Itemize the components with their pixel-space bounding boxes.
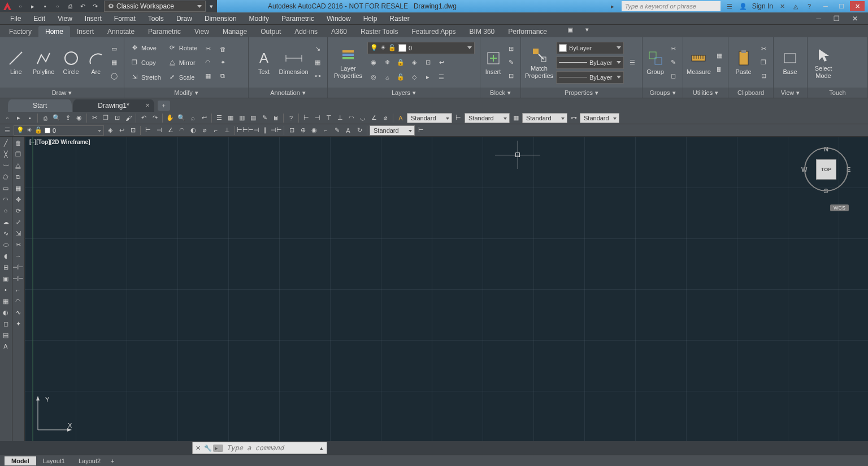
vt-array-icon[interactable]: ▦ <box>12 183 24 193</box>
offset-icon[interactable]: ⧉ <box>216 70 229 82</box>
menu-tools[interactable]: Tools <box>142 14 170 24</box>
layout-add-button[interactable]: + <box>107 456 118 465</box>
tb-zoomwin-icon[interactable]: ⌕ <box>188 113 198 123</box>
layer-properties-button[interactable]: Layer Properties <box>331 40 365 85</box>
tb-dimstyle2-icon[interactable]: ⊢ <box>416 125 426 136</box>
arc-button[interactable]: Arc <box>86 40 106 85</box>
layer-toolbar-dropdown[interactable]: 💡 ☀ 🔓 0 <box>14 125 104 136</box>
panel-title-modify[interactable]: Modify ▾ <box>124 88 248 98</box>
quick-calc-icon[interactable]: 🖩 <box>713 63 726 76</box>
tb-angular-icon[interactable]: ∠ <box>166 125 176 136</box>
vt-rotate-icon[interactable]: ⟳ <box>12 206 24 216</box>
tb-mlstyle-icon[interactable]: ⊶ <box>568 113 579 123</box>
drawing-canvas[interactable]: [–][Top][2D Wireframe] /* grid drawn bel… <box>25 137 868 441</box>
layer-freeze-icon[interactable]: ❄ <box>381 56 393 69</box>
vt-pline-icon[interactable]: 〰 <box>0 160 11 171</box>
group-edit-icon[interactable]: ✎ <box>667 56 679 69</box>
tab-manage[interactable]: Manage <box>216 26 254 37</box>
tb-continue-icon[interactable]: ⊢⊣ <box>249 125 259 136</box>
vt-scale-icon[interactable]: ⤢ <box>12 217 24 227</box>
tb-radius-icon[interactable]: ◐ <box>188 125 198 136</box>
vt-mirror-icon[interactable]: ⧋ <box>12 160 24 171</box>
tb-pan-icon[interactable]: ✋ <box>165 113 175 123</box>
tb-center-icon[interactable]: ⊕ <box>298 125 308 136</box>
tb-3d-icon[interactable]: ◉ <box>74 113 84 123</box>
menu-help[interactable]: Help <box>358 14 383 24</box>
leader-icon[interactable]: ↘ <box>311 43 324 55</box>
ribbon-visibility-icon[interactable]: ▣ <box>564 23 576 36</box>
a360-icon[interactable]: ◬ <box>791 2 800 11</box>
save-icon[interactable]: ▪ <box>40 1 51 11</box>
block-attr-icon[interactable]: ⊡ <box>505 70 517 82</box>
tb-dimbreak-icon[interactable]: ⊣⊢ <box>271 125 281 136</box>
tab-bim360[interactable]: BIM 360 <box>463 26 502 37</box>
tb-layerprop-icon[interactable]: ☰ <box>2 125 12 136</box>
tb-save-icon[interactable]: ▪ <box>25 113 35 123</box>
vt-ellipsearc-icon[interactable]: ◖ <box>0 251 11 261</box>
menu-format[interactable]: Format <box>108 14 141 24</box>
cmdline-expand-icon[interactable]: ▴ <box>316 445 327 452</box>
help-icon[interactable]: ? <box>805 2 814 11</box>
vt-insert-icon[interactable]: ⊞ <box>0 262 11 272</box>
tab-annotate[interactable]: Annotate <box>101 26 141 37</box>
layer-isolate-icon[interactable]: ◈ <box>408 56 420 69</box>
tb-props-icon[interactable]: ☰ <box>214 113 224 123</box>
polyline-button[interactable]: Polyline <box>31 40 57 85</box>
tb-layerprev-icon[interactable]: ↩ <box>116 125 127 136</box>
vt-spline-icon[interactable]: ∿ <box>0 228 11 238</box>
vt-stretch-icon[interactable]: ⇲ <box>12 228 24 238</box>
vt-gradient-icon[interactable]: ◐ <box>0 307 11 317</box>
linetype-dropdown[interactable]: ByLayer <box>556 71 624 84</box>
vt-mtext-icon[interactable]: A <box>0 341 11 351</box>
panel-title-properties[interactable]: Properties ▾ <box>521 88 642 98</box>
fillet-icon[interactable]: ◠ <box>202 56 214 69</box>
tab-featured-apps[interactable]: Featured Apps <box>405 26 463 37</box>
saveas-icon[interactable]: ▫ <box>52 1 63 11</box>
layer-unisolate-icon[interactable]: ◇ <box>408 71 420 84</box>
menu-parametric[interactable]: Parametric <box>276 14 320 24</box>
tb-linear-icon[interactable]: ⊢ <box>143 125 153 136</box>
qat-more-icon[interactable]: ▾ <box>206 1 217 11</box>
filetab-close-icon[interactable]: ✕ <box>145 102 150 108</box>
tb-help-icon[interactable]: ? <box>286 113 296 123</box>
layer-state-icon[interactable]: ☰ <box>435 71 448 84</box>
doc-minimize-icon[interactable]: ─ <box>810 14 827 24</box>
exchange-icon[interactable]: ✕ <box>778 2 787 11</box>
dimstyle2-dropdown[interactable]: Standard <box>370 125 415 136</box>
vt-chamfer-icon[interactable]: ⌐ <box>12 285 24 295</box>
panel-title-touch[interactable]: Touch <box>808 88 867 98</box>
layer-lock-icon[interactable]: 🔒 <box>394 56 407 69</box>
maximize-button[interactable]: ☐ <box>834 1 849 11</box>
panel-title-draw[interactable]: Draw ▾ <box>0 88 124 98</box>
tb-dim7-icon[interactable]: ∠ <box>369 113 379 123</box>
tb-jogline-icon[interactable]: ⌐ <box>320 125 331 136</box>
tab-view[interactable]: View <box>188 26 216 37</box>
vt-line-icon[interactable]: ╱ <box>0 138 11 148</box>
panel-title-view[interactable]: View ▾ <box>774 88 807 98</box>
vt-ellipse-icon[interactable]: ⬭ <box>0 239 11 250</box>
tb-copy-icon[interactable]: ❐ <box>101 113 111 123</box>
infocenter-icon[interactable]: ☰ <box>725 2 734 11</box>
color-dropdown[interactable]: ByLayer <box>556 42 624 54</box>
vt-join-icon[interactable]: ⊣⊢ <box>12 273 24 284</box>
scale-button[interactable]: ⤢Scale <box>166 71 199 84</box>
tb-jogged-icon[interactable]: ⌐ <box>211 125 221 136</box>
vt-rect-icon[interactable]: ▭ <box>0 183 11 193</box>
tb-dim3-icon[interactable]: ⊤ <box>324 113 334 123</box>
layer-walk-icon[interactable]: ▸ <box>422 71 434 84</box>
panel-title-utilities[interactable]: Utilities ▾ <box>683 88 728 98</box>
lineweight-dropdown[interactable]: ByLayer <box>556 56 624 69</box>
tb-textstyle-icon[interactable]: A <box>396 113 406 123</box>
tb-cut-icon[interactable]: ✂ <box>89 113 99 123</box>
measure-button[interactable]: Measure <box>687 40 711 85</box>
vt-trim-icon[interactable]: ✂ <box>12 239 24 250</box>
panel-title-layers[interactable]: Layers ▾ <box>328 88 480 98</box>
trim-icon[interactable]: ✂ <box>202 43 214 55</box>
hatch-icon[interactable]: ▦ <box>108 56 120 69</box>
text-button[interactable]: AText <box>252 40 276 85</box>
menu-window[interactable]: Window <box>321 14 357 24</box>
vt-hatch-icon[interactable]: ▦ <box>0 296 11 306</box>
dimstyle-dropdown[interactable]: Standard <box>465 113 510 123</box>
cmdline-config-icon[interactable]: 🔧 <box>203 445 213 452</box>
properties-list-icon[interactable]: ☰ <box>626 56 639 69</box>
